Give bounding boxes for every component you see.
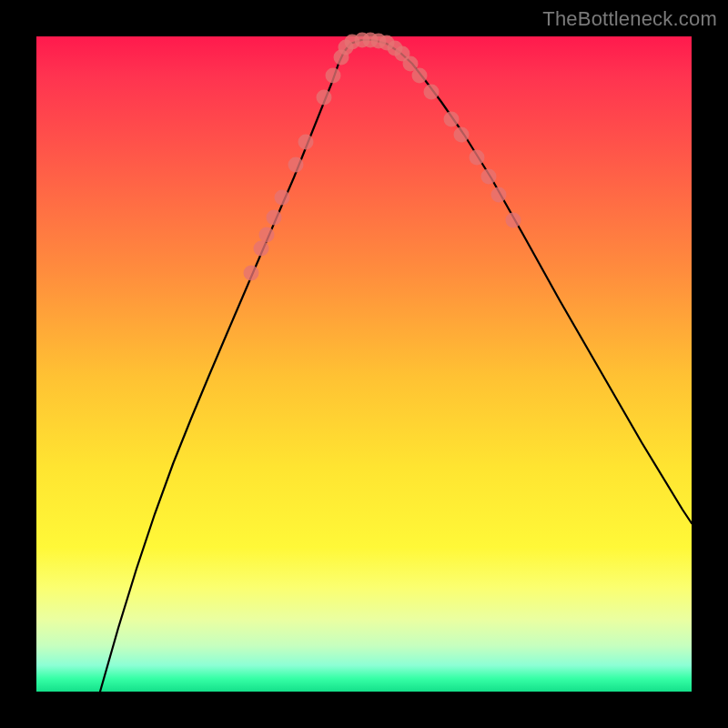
marker-group	[244, 33, 521, 281]
data-marker	[267, 210, 282, 226]
bottleneck-curve	[100, 40, 692, 692]
data-marker	[481, 169, 497, 185]
data-marker	[288, 157, 304, 173]
chart-svg	[36, 36, 692, 692]
data-marker	[444, 112, 460, 127]
data-marker	[275, 190, 290, 206]
data-marker	[424, 85, 440, 100]
data-marker	[470, 150, 485, 166]
data-marker	[491, 187, 507, 203]
chart-frame: TheBottleneck.com	[0, 0, 728, 728]
data-marker	[244, 266, 259, 281]
data-marker	[506, 213, 521, 228]
watermark-text: TheBottleneck.com	[542, 7, 717, 31]
data-marker	[317, 90, 332, 106]
data-marker	[326, 68, 341, 84]
data-marker	[254, 241, 269, 257]
data-marker	[298, 135, 314, 150]
plot-area	[36, 36, 692, 692]
data-marker	[454, 127, 470, 143]
data-marker	[412, 68, 428, 84]
data-marker	[259, 228, 275, 243]
